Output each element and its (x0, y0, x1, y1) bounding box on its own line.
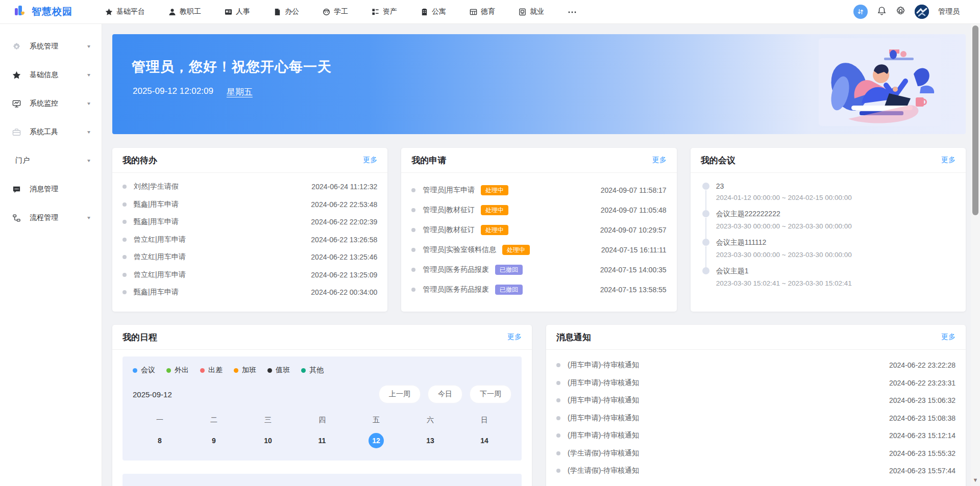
app-logo[interactable]: 智慧校园 (0, 4, 87, 19)
notice-item[interactable]: (用车申请)-待审核通知2024-06-23 15:12:14 (556, 427, 955, 445)
student-icon (323, 8, 330, 16)
meeting-item[interactable]: 会议主题1111122023-03-30 00:00:00 ~ 2023-03-… (704, 238, 955, 267)
legend-label: 加班 (242, 366, 256, 375)
nav-item-employment[interactable]: 就业 (519, 7, 544, 16)
chevron-down-icon: ▾ (87, 100, 90, 106)
nav-item-office[interactable]: 办公 (274, 7, 299, 16)
notice-label: (用车申请)-待审核通知 (568, 414, 889, 423)
bullet-icon (122, 185, 127, 189)
chevron-down-icon: ▾ (87, 72, 90, 78)
bullet-icon (411, 268, 415, 272)
apply-item[interactable]: 管理员|医务药品报废已撤回2024-07-15 14:00:35 (411, 260, 666, 279)
todo-item[interactable]: 曾立红|用车申请2024-06-22 13:25:46 (122, 248, 377, 266)
schedule-card-title: 我的日程 (122, 331, 157, 343)
todo-item[interactable]: 刘然|学生请假2024-06-24 11:12:32 (122, 178, 377, 196)
nav-label: 德育 (481, 7, 495, 16)
bullet-icon (122, 202, 127, 207)
calendar-day[interactable]: 10 (241, 428, 295, 453)
todo-label: 曾立红|用车申请 (134, 252, 311, 262)
nav-item-staff[interactable]: 教职工 (168, 7, 201, 16)
apply-item[interactable]: 管理员|实验室领料信息处理中2024-07-15 16:11:11 (411, 240, 666, 260)
logo-text: 智慧校园 (32, 5, 72, 18)
apply-item[interactable]: 管理员|教材征订处理中2024-09-07 10:29:57 (411, 220, 666, 240)
next-week-button[interactable]: 下一周 (470, 385, 511, 403)
notice-label: (用车申请)-待审核通知 (568, 396, 889, 405)
sidebar-item-workflow[interactable]: 流程管理 ▾ (0, 203, 102, 232)
nav-item-moral[interactable]: 德育 (470, 7, 495, 16)
meeting-item[interactable]: 会议主题12023-03-30 15:02:41 ~ 2023-03-30 15… (704, 267, 955, 295)
gear-icon[interactable] (896, 6, 905, 18)
apply-item[interactable]: 管理员|教材征订处理中2024-09-07 11:05:48 (411, 200, 666, 220)
banner-weekday[interactable]: 星期五 (227, 86, 253, 98)
meeting-timeline: 232024-01-12 00:00:00 ~ 2024-02-15 00:00… (691, 173, 966, 295)
status-badge: 已撤回 (495, 285, 523, 295)
notice-time: 2024-06-22 23:23:31 (889, 379, 955, 387)
meeting-card: 我的会议 更多 232024-01-12 00:00:00 ~ 2024-02-… (691, 148, 966, 312)
page-scrollbar[interactable]: ▼ (971, 24, 980, 486)
todo-item[interactable]: 曾立红|用车申请2024-06-22 13:26:58 (122, 231, 377, 249)
schedule-date: 2025-09-12 (133, 390, 172, 399)
sidebar-item-monitor[interactable]: 系统监控 ▾ (0, 89, 102, 118)
apply-item[interactable]: 管理员|用车申请处理中2024-09-07 11:58:17 (411, 180, 666, 200)
meeting-item[interactable]: 会议主题2222222222023-03-30 00:00:00 ~ 2023-… (704, 210, 955, 238)
bell-icon[interactable] (877, 6, 887, 18)
scroll-down-icon[interactable]: ▼ (971, 477, 980, 483)
switch-icon[interactable] (853, 5, 868, 19)
nav-item-student[interactable]: 学工 (323, 7, 348, 16)
user-name[interactable]: 管理员 (938, 7, 960, 16)
apply-item[interactable]: 管理员|医务药品报废已撤回2024-07-15 13:58:55 (411, 279, 666, 299)
notice-more-link[interactable]: 更多 (941, 332, 955, 342)
notice-item[interactable]: (用车申请)-待审核通知2024-06-22 23:23:31 (556, 374, 955, 392)
prev-week-button[interactable]: 上一周 (379, 385, 421, 403)
sidebar-item-label: 流程管理 (30, 213, 87, 222)
schedule-more-link[interactable]: 更多 (507, 332, 522, 342)
notice-item[interactable]: (用车申请)-待审核通知2024-06-23 15:06:32 (556, 392, 955, 410)
calendar-day[interactable]: 13 (403, 428, 457, 453)
notice-time: 2024-06-23 15:57:44 (889, 467, 955, 475)
sidebar-item-basic-info[interactable]: 基础信息 ▾ (0, 61, 102, 89)
flow-icon (12, 214, 21, 222)
todo-more-link[interactable]: 更多 (363, 156, 377, 165)
sidebar-item-tools[interactable]: 系统工具 ▾ (0, 118, 102, 146)
sidebar-item-system-mgmt[interactable]: 系统管理 ▾ (0, 32, 102, 61)
notice-item[interactable]: (用车申请)-待审核通知2024-06-22 23:22:28 (556, 356, 955, 374)
today-button[interactable]: 今日 (428, 385, 462, 403)
bullet-icon (556, 398, 560, 402)
notice-item[interactable]: (学生请假)-待审核通知2024-06-23 15:55:32 (556, 445, 955, 463)
calendar-day[interactable]: 11 (295, 428, 349, 453)
todo-item[interactable]: 甄鑫|用车申请2024-06-22 00:34:00 (122, 284, 377, 301)
bullet-icon (411, 228, 415, 232)
notice-item[interactable]: (用车申请)-待审核通知2024-06-23 15:08:38 (556, 410, 955, 427)
meeting-item[interactable]: 232024-01-12 00:00:00 ~ 2024-02-15 00:00… (704, 182, 955, 210)
legend-dot-trip (200, 368, 205, 373)
bullet-icon (411, 188, 415, 192)
legend-dot-overtime (234, 368, 238, 373)
meeting-range: 2024-01-12 00:00:00 ~ 2024-02-15 00:00:0… (716, 194, 955, 201)
todo-item[interactable]: 曾立红|用车申请2024-06-22 13:25:09 (122, 266, 377, 284)
calendar-day-selected[interactable]: 12 (349, 428, 403, 453)
bullet-icon (556, 381, 560, 385)
todo-item[interactable]: 甄鑫|用车申请2024-06-22 22:53:48 (122, 196, 377, 214)
meeting-more-link[interactable]: 更多 (941, 156, 955, 165)
apply-time: 2024-07-15 13:58:55 (600, 286, 667, 294)
apply-more-link[interactable]: 更多 (652, 156, 667, 165)
meeting-card-title: 我的会议 (701, 155, 736, 166)
notice-item[interactable]: (学生请假)-待审核通知2024-06-23 15:57:44 (556, 462, 955, 480)
sidebar-item-message-mgmt[interactable]: 消息管理 (0, 175, 102, 203)
calendar-day[interactable]: 14 (457, 428, 511, 453)
todo-item[interactable]: 甄鑫|用车申请2024-06-22 22:02:39 (122, 213, 377, 231)
nav-item-apartment[interactable]: 公寓 (421, 7, 446, 16)
legend-dot-out (166, 368, 171, 373)
nav-item-assets[interactable]: 资产 (372, 7, 397, 16)
sidebar-item-label: 系统工具 (30, 127, 87, 137)
sidebar-item-portal[interactable]: 门户 ▾ (0, 146, 102, 175)
nav-more-button[interactable] (568, 8, 577, 16)
bullet-icon (122, 273, 127, 277)
nav-item-platform[interactable]: 基础平台 (105, 7, 145, 16)
scrollbar-thumb[interactable] (972, 25, 978, 215)
nav-item-hr[interactable]: 人事 (225, 7, 250, 16)
todo-card: 我的待办 更多 刘然|学生请假2024-06-24 11:12:32 甄鑫|用车… (112, 148, 387, 312)
calendar-day[interactable]: 8 (133, 428, 187, 453)
avatar[interactable] (915, 5, 929, 19)
calendar-day[interactable]: 9 (187, 428, 241, 453)
